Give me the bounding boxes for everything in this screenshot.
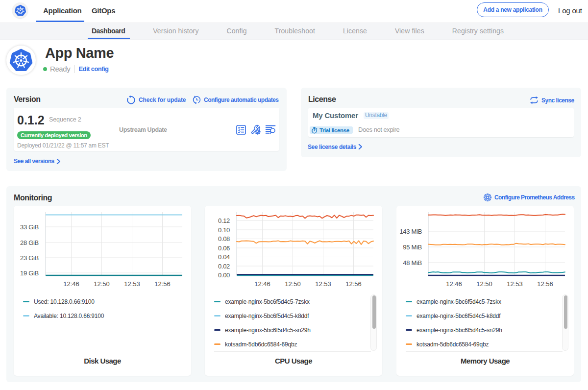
svg-text:12:53: 12:53 — [124, 280, 140, 288]
svg-text:0.00: 0.00 — [218, 271, 230, 279]
svg-text:0.08: 0.08 — [218, 235, 230, 243]
svg-text:12:50: 12:50 — [476, 280, 492, 288]
svg-text:143 MiB: 143 MiB — [399, 228, 422, 235]
svg-text:12:53: 12:53 — [507, 280, 523, 288]
svg-text:12:50: 12:50 — [285, 280, 301, 288]
svg-text:12:46: 12:46 — [63, 280, 79, 288]
svg-text:48 MiB: 48 MiB — [403, 259, 422, 267]
svg-text:28 GiB: 28 GiB — [20, 239, 39, 246]
svg-text:12:56: 12:56 — [154, 280, 171, 288]
svg-text:12:56: 12:56 — [537, 280, 553, 288]
svg-text:33 GiB: 33 GiB — [20, 223, 39, 231]
svg-text:0.06: 0.06 — [218, 244, 230, 252]
svg-text:95 MiB: 95 MiB — [403, 244, 422, 251]
svg-text:23 GiB: 23 GiB — [20, 254, 39, 262]
svg-text:0.10: 0.10 — [218, 226, 230, 234]
svg-text:12:50: 12:50 — [94, 280, 110, 288]
svg-text:0.04: 0.04 — [218, 253, 230, 261]
svg-text:12:46: 12:46 — [446, 280, 462, 288]
svg-text:19 GiB: 19 GiB — [20, 269, 39, 277]
svg-text:0.02: 0.02 — [218, 263, 230, 270]
svg-text:12:56: 12:56 — [345, 280, 362, 288]
svg-text:12:46: 12:46 — [254, 280, 270, 288]
svg-text:12:53: 12:53 — [315, 280, 331, 288]
svg-text:0.12: 0.12 — [218, 217, 230, 224]
